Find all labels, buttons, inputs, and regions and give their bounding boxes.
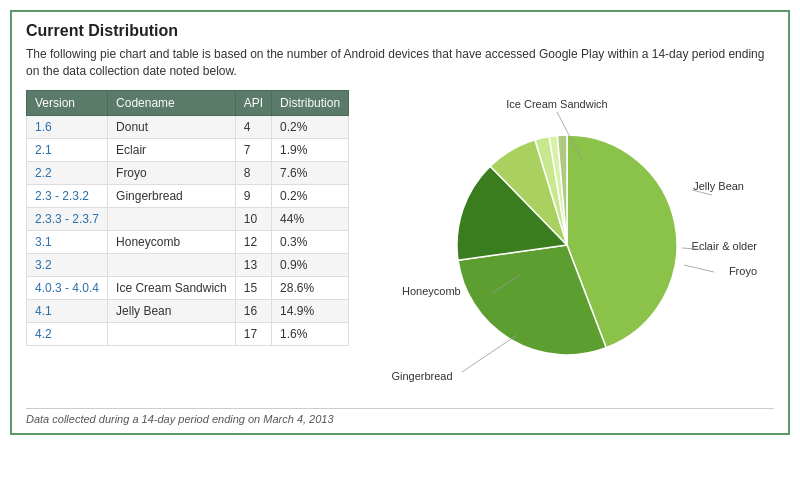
cell-version[interactable]: 3.1: [27, 230, 108, 253]
cell-codename: Gingerbread: [108, 184, 236, 207]
cell-codename: [108, 207, 236, 230]
label-eclair: Eclair & older: [691, 240, 757, 252]
cell-api: 4: [235, 115, 271, 138]
cell-api: 17: [235, 322, 271, 345]
pie-chart: Ice Cream Sandwich Jelly Bean Eclair & o…: [372, 90, 762, 400]
version-link[interactable]: 2.3 - 2.3.2: [35, 189, 89, 203]
version-link[interactable]: 4.1: [35, 304, 52, 318]
cell-distribution: 44%: [272, 207, 349, 230]
cell-version[interactable]: 2.1: [27, 138, 108, 161]
svg-line-4: [462, 335, 517, 372]
cell-distribution: 28.6%: [272, 276, 349, 299]
col-distribution: Distribution: [272, 90, 349, 115]
cell-api: 12: [235, 230, 271, 253]
label-froyo: Froyo: [728, 265, 756, 277]
cell-codename: [108, 253, 236, 276]
cell-distribution: 1.9%: [272, 138, 349, 161]
cell-distribution: 0.2%: [272, 115, 349, 138]
cell-api: 15: [235, 276, 271, 299]
version-link[interactable]: 4.0.3 - 4.0.4: [35, 281, 99, 295]
table-row: 3.1Honeycomb120.3%: [27, 230, 349, 253]
label-honeycomb: Honeycomb: [402, 285, 461, 297]
cell-distribution: 0.3%: [272, 230, 349, 253]
label-jelly-bean: Jelly Bean: [693, 180, 744, 192]
cell-api: 9: [235, 184, 271, 207]
cell-codename: [108, 322, 236, 345]
cell-version[interactable]: 3.2: [27, 253, 108, 276]
col-api: API: [235, 90, 271, 115]
cell-api: 16: [235, 299, 271, 322]
cell-version[interactable]: 4.0.3 - 4.0.4: [27, 276, 108, 299]
version-link[interactable]: 2.1: [35, 143, 52, 157]
cell-version[interactable]: 1.6: [27, 115, 108, 138]
version-link[interactable]: 3.1: [35, 235, 52, 249]
cell-codename: Donut: [108, 115, 236, 138]
chart-section: Ice Cream Sandwich Jelly Bean Eclair & o…: [359, 90, 774, 400]
cell-distribution: 7.6%: [272, 161, 349, 184]
col-version: Version: [27, 90, 108, 115]
table-row: 4.0.3 - 4.0.4Ice Cream Sandwich1528.6%: [27, 276, 349, 299]
table-row: 3.2130.9%: [27, 253, 349, 276]
cell-version[interactable]: 2.3 - 2.3.2: [27, 184, 108, 207]
col-codename: Codename: [108, 90, 236, 115]
cell-codename: Ice Cream Sandwich: [108, 276, 236, 299]
cell-version[interactable]: 2.2: [27, 161, 108, 184]
table-row: 2.1Eclair71.9%: [27, 138, 349, 161]
table-row: 2.3.3 - 2.3.71044%: [27, 207, 349, 230]
cell-distribution: 14.9%: [272, 299, 349, 322]
cell-version[interactable]: 4.2: [27, 322, 108, 345]
cell-version[interactable]: 2.3.3 - 2.3.7: [27, 207, 108, 230]
cell-codename: Froyo: [108, 161, 236, 184]
svg-line-3: [684, 265, 714, 272]
version-link[interactable]: 2.2: [35, 166, 52, 180]
cell-api: 8: [235, 161, 271, 184]
version-link[interactable]: 2.3.3 - 2.3.7: [35, 212, 99, 226]
version-link[interactable]: 4.2: [35, 327, 52, 341]
label-ice-cream: Ice Cream Sandwich: [506, 98, 608, 110]
distribution-table: Version Codename API Distribution 1.6Don…: [26, 90, 349, 346]
cell-api: 13: [235, 253, 271, 276]
cell-distribution: 1.6%: [272, 322, 349, 345]
table-row: 2.2Froyo87.6%: [27, 161, 349, 184]
cell-codename: Eclair: [108, 138, 236, 161]
cell-distribution: 0.9%: [272, 253, 349, 276]
main-container: Current Distribution The following pie c…: [10, 10, 790, 435]
table-row: 1.6Donut40.2%: [27, 115, 349, 138]
version-link[interactable]: 1.6: [35, 120, 52, 134]
table-row: 4.2171.6%: [27, 322, 349, 345]
footer-text: Data collected during a 14-day period en…: [26, 408, 774, 425]
label-gingerbread: Gingerbread: [391, 370, 452, 382]
version-link[interactable]: 3.2: [35, 258, 52, 272]
table-row: 4.1Jelly Bean1614.9%: [27, 299, 349, 322]
page-description: The following pie chart and table is bas…: [26, 46, 774, 80]
cell-codename: Jelly Bean: [108, 299, 236, 322]
cell-distribution: 0.2%: [272, 184, 349, 207]
cell-api: 7: [235, 138, 271, 161]
cell-codename: Honeycomb: [108, 230, 236, 253]
main-content: Version Codename API Distribution 1.6Don…: [26, 90, 774, 400]
cell-api: 10: [235, 207, 271, 230]
page-title: Current Distribution: [26, 22, 774, 40]
cell-version[interactable]: 4.1: [27, 299, 108, 322]
table-row: 2.3 - 2.3.2Gingerbread90.2%: [27, 184, 349, 207]
table-section: Version Codename API Distribution 1.6Don…: [26, 90, 349, 400]
